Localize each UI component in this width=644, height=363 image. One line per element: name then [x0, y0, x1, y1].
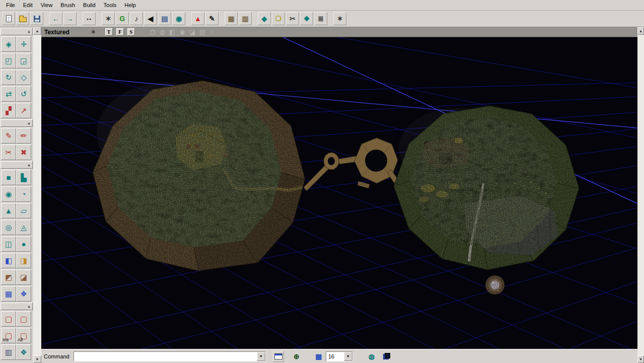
shadow-cube-icon[interactable]: ◪	[189, 29, 195, 35]
clip-selected-tool[interactable]: ✂	[1, 144, 16, 160]
add-mover-brush-button[interactable]: ❖	[16, 286, 31, 302]
2d-shape-editor-button[interactable]: ✎	[205, 12, 219, 25]
rotation-grid-toggle-button[interactable]: ◍	[366, 351, 377, 362]
sheet-stack-icon[interactable]: ▥	[199, 29, 205, 35]
scroll-down-button[interactable]: ▼	[637, 355, 644, 363]
menu-help[interactable]: Help	[120, 0, 140, 11]
menu-view[interactable]: View	[37, 0, 57, 11]
maximize-viewport-button[interactable]: ⊕	[291, 351, 302, 362]
save-map-button[interactable]	[30, 12, 43, 25]
add-special-brush-button[interactable]: ▦	[1, 286, 16, 302]
scroll-down-button[interactable]: ▼	[33, 355, 41, 363]
spiral-staircase-tool[interactable]: ◉	[1, 186, 16, 202]
select-all-button[interactable]: ▢All	[16, 328, 31, 343]
grid-size-select[interactable]: 16 ▼	[326, 351, 353, 361]
build-lighting-button[interactable]: ❍	[272, 12, 285, 25]
menu-build[interactable]: Build	[79, 0, 99, 11]
actor-class-browser-button[interactable]: ✶	[102, 12, 115, 25]
scale-brush-tool[interactable]: ◰	[1, 53, 16, 68]
add-special-brush-toolbar-button[interactable]: ▲	[191, 12, 204, 25]
play-toolbar-group: ✶	[333, 12, 346, 25]
menu-file[interactable]: File	[2, 0, 19, 11]
intersect-brush-button[interactable]: ◩	[1, 269, 16, 285]
build-paths-button[interactable]: ✂	[286, 12, 299, 25]
toolbox-group-header-modes[interactable]: ▲	[1, 28, 33, 35]
subtract-brush-button[interactable]: ◨	[16, 253, 31, 268]
build-geometry-button[interactable]: ▦	[225, 12, 238, 25]
sphere-brush-tool[interactable]: ●	[16, 236, 31, 252]
mesh-browser-button[interactable]: ◉	[172, 12, 185, 25]
log-window-toolbox-button[interactable]: ▥	[1, 344, 16, 360]
scale-actor-tool[interactable]: ◲	[16, 53, 31, 68]
command-input[interactable]	[74, 352, 257, 361]
add-brush-button[interactable]: ◧	[1, 253, 16, 268]
linear-staircase-tool[interactable]: ▙	[16, 170, 31, 185]
open-map-button[interactable]	[16, 12, 29, 25]
texture-lock-button[interactable]	[381, 351, 392, 362]
cylinder-brush-tool[interactable]: ◎	[1, 220, 16, 235]
sheet-brush-tool[interactable]: ▱	[16, 203, 31, 219]
move-actors-tool[interactable]: ✛	[16, 36, 31, 52]
menu-edit[interactable]: Edit	[19, 0, 37, 11]
hide-selected-button[interactable]: ▢	[16, 311, 31, 327]
redo-button[interactable]: →	[63, 12, 77, 25]
solid-cube-icon[interactable]: ◧	[169, 29, 175, 35]
texture-pan-tool[interactable]: ⇄	[1, 86, 16, 102]
sound-browser-button[interactable]: ◀	[144, 12, 157, 25]
toolbox-group-header-clip[interactable]: ▲	[1, 119, 33, 127]
texture-rotate-tool[interactable]: ↺	[16, 86, 31, 102]
mirror-brush-tool[interactable]: ◫	[1, 236, 16, 252]
3d-viewport-canvas[interactable]	[41, 37, 637, 349]
scroll-up-button[interactable]: ▲	[33, 27, 41, 35]
texture-cube-icon[interactable]: ◉	[179, 29, 185, 35]
undo-button[interactable]: ←	[49, 12, 62, 25]
menu-tools[interactable]: Tools	[100, 0, 121, 11]
ring-icon[interactable]: ○	[209, 29, 213, 35]
toolbox-scrollbar[interactable]: ▲ ▼	[33, 27, 41, 363]
search-actors-button[interactable]: ●●	[83, 12, 96, 25]
view-side-button[interactable]: S	[127, 28, 135, 36]
toolbox-group-header-misc[interactable]: ▲	[1, 303, 33, 310]
grid-size-dropdown-button[interactable]: ▼	[344, 352, 352, 361]
vertex-snap-button[interactable]: ◆	[258, 12, 271, 25]
log-window-button[interactable]	[273, 351, 284, 362]
toolbox-group-header-primitives[interactable]: ▲	[1, 161, 33, 169]
window-right-scrollbar[interactable]: ▲ ▼	[637, 27, 644, 363]
show-selected-only-button[interactable]: ▢	[1, 311, 16, 327]
build-options-button[interactable]: ≣	[314, 12, 327, 25]
deintersect-brush-button[interactable]: ◪	[16, 269, 31, 285]
select-inside-button[interactable]: ▢Ins	[1, 328, 16, 343]
command-label: Command	[44, 353, 69, 359]
command-dropdown-button[interactable]: ▼	[257, 352, 265, 361]
cube-brush-tool[interactable]: ■	[1, 170, 16, 185]
view-top-button[interactable]: T	[105, 28, 113, 36]
split-selected-tool[interactable]: ✖	[16, 144, 31, 160]
curved-staircase-tool[interactable]: ◔	[16, 186, 31, 202]
add-clip-marker-tool[interactable]: ✎	[1, 128, 16, 143]
build-all-button[interactable]: ▥	[239, 12, 252, 25]
actor-browser-toolbox-button[interactable]: ❖	[16, 344, 31, 360]
cone-brush-tool[interactable]: ▲	[1, 203, 16, 219]
new-map-button[interactable]	[2, 12, 15, 25]
drag-grid-toggle-button[interactable]: ▦	[313, 351, 324, 362]
rotate-brush-tool[interactable]: ↻	[1, 69, 16, 85]
wire-cube-icon[interactable]: ◻	[150, 29, 156, 35]
texture-browser-button[interactable]: ▤	[158, 12, 171, 25]
view-front-button[interactable]: F	[116, 28, 124, 36]
brush-clip-mode-tool[interactable]: ▞	[1, 103, 16, 118]
group-browser-button[interactable]: G	[116, 12, 129, 25]
play-map-button[interactable]: ✶	[333, 12, 346, 25]
actor-jack-icon[interactable]: ✶	[91, 28, 96, 36]
edit-clip-marker-tool[interactable]: ✏	[16, 128, 31, 143]
tetrahedron-brush-tool[interactable]: ◬	[16, 220, 31, 235]
brush-sheer-tool[interactable]: ↗	[16, 103, 31, 118]
build-bsp-button[interactable]: ❖	[300, 12, 313, 25]
grid-sphere-icon[interactable]: ◍	[160, 29, 165, 35]
vertex-editing-tool[interactable]: ◇	[16, 69, 31, 85]
scroll-down-icon: ▼	[36, 357, 39, 361]
viewport-header[interactable]: Textured ✶ T F S ◻◍◧◉◪▥○	[41, 27, 637, 37]
scroll-up-button[interactable]: ▲	[637, 27, 644, 35]
camera-movement-tool[interactable]: ◈	[1, 36, 16, 52]
menu-brush[interactable]: Brush	[56, 0, 79, 11]
music-browser-button[interactable]: ♪	[130, 12, 143, 25]
